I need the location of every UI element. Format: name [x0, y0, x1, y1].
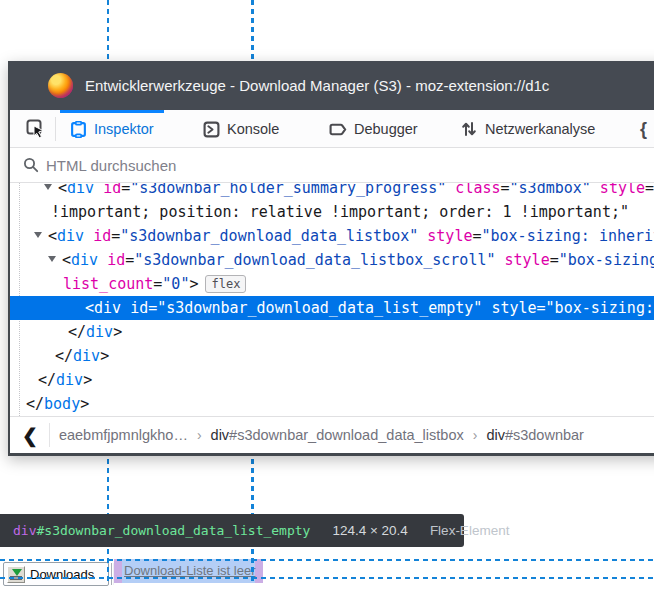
code-token: > — [113, 323, 122, 341]
search-icon — [23, 157, 39, 173]
tab-network[interactable]: Netzwerkanalyse — [460, 110, 595, 148]
code-token: id — [130, 299, 148, 317]
code-token: "s3downbar_download_data_listbox" — [120, 227, 418, 245]
code-token: div — [56, 371, 83, 389]
code-token: > — [83, 371, 92, 389]
breadcrumb-separator-icon: › — [473, 427, 478, 443]
breadcrumb-separator-icon: › — [197, 427, 202, 443]
expand-twisty-icon[interactable] — [44, 184, 52, 190]
infobar-selector: div#s3downbar_download_data_list_empty — [13, 523, 310, 538]
code-token: = — [121, 183, 130, 197]
markup-view[interactable]: <div id="s3downbar_holder_summary_progre… — [10, 183, 654, 416]
expand-twisty-icon[interactable] — [34, 232, 42, 238]
tab-styleeditor-partial[interactable]: { — [640, 110, 647, 148]
markup-row-selected[interactable]: <div id="s3downbar_download_data_list_em… — [10, 296, 654, 320]
network-icon — [460, 120, 478, 138]
code-token: = — [111, 227, 120, 245]
markup-row[interactable]: </div> — [10, 344, 654, 368]
code-token — [591, 183, 600, 197]
toolbar-separator — [55, 117, 56, 141]
breadcrumb-item[interactable]: div#s3downbar — [486, 427, 584, 443]
picker-icon — [26, 119, 46, 139]
code-token — [418, 227, 427, 245]
markup-row[interactable]: <div id="s3downbar_holder_summary_progre… — [10, 183, 654, 200]
code-token — [495, 251, 504, 269]
code-token — [94, 183, 103, 197]
breadcrumb-item[interactable]: div#s3downbar_download_data_listbox — [211, 427, 464, 443]
code-token: "box-sizing: inherit — [559, 251, 654, 269]
tab-label: Debugger — [354, 121, 418, 137]
markup-row[interactable]: </div> — [10, 368, 654, 392]
code-token: style — [427, 227, 472, 245]
highlighter-guide-horizontal-top — [0, 559, 654, 561]
code-token: body — [44, 395, 80, 413]
tab-inspector[interactable]: Inspektor — [70, 110, 154, 148]
code-token: </ — [26, 395, 44, 413]
code-token — [84, 227, 93, 245]
breadcrumb-tag: div — [211, 427, 230, 443]
code-token: div — [94, 299, 121, 317]
code-token: </ — [38, 371, 56, 389]
code-token: class — [455, 183, 500, 197]
flex-badge[interactable]: flex — [205, 275, 246, 293]
search-input[interactable] — [46, 157, 606, 174]
empty-list-link[interactable]: Download-Liste ist leer — [124, 559, 256, 583]
code-token: > — [100, 347, 109, 365]
breadcrumb-item[interactable]: eaebmfjpmnlgkho… — [59, 427, 188, 443]
markup-row[interactable]: <div id="s3downbar_download_data_listbox… — [10, 248, 654, 272]
code-token: < — [85, 299, 94, 317]
breadcrumb-divider — [49, 423, 50, 447]
code-token: "box-sizing: inherit — [546, 299, 654, 317]
markup-row[interactable]: list_count="0">flex — [10, 272, 654, 296]
code-token: div — [86, 323, 113, 341]
breadcrumb-tag: div — [486, 427, 505, 443]
code-token: = — [125, 251, 134, 269]
downloads-toolbar-button[interactable]: Downloads — [3, 562, 109, 586]
highlight-padding-left — [114, 559, 122, 583]
markup-row[interactable]: !important; position: relative !importan… — [10, 200, 654, 224]
code-token: </ — [68, 323, 86, 341]
code-token: id — [107, 251, 125, 269]
code-token: "box-sizing: inherit — [481, 227, 654, 245]
code-token: = — [148, 299, 157, 317]
code-token: </ — [55, 347, 73, 365]
breadcrumb-id: #s3downbar — [505, 427, 584, 443]
taskbar-separator — [111, 563, 112, 585]
code-token — [446, 183, 455, 197]
code-token: id — [93, 227, 111, 245]
code-token: list_count — [63, 275, 153, 293]
code-token — [121, 299, 130, 317]
code-token: = — [537, 299, 546, 317]
code-token: "0" — [162, 275, 189, 293]
tab-console[interactable]: Konsole — [203, 110, 279, 148]
markup-row[interactable]: <div id="s3downbar_download_data_listbox… — [10, 224, 654, 248]
firefox-logo-icon — [48, 73, 73, 98]
code-token: "s3downbar_download_data_listbox_scroll" — [134, 251, 495, 269]
inspector-icon — [70, 121, 87, 138]
code-token: < — [48, 227, 57, 245]
devtools-titlebar: Entwicklerwerkzeuge - Download Manager (… — [10, 61, 654, 110]
devtools-window-title: Entwicklerwerkzeuge - Download Manager (… — [85, 77, 549, 94]
code-token: < — [58, 183, 67, 197]
markup-row[interactable]: </body> — [10, 392, 654, 416]
downloads-icon — [7, 566, 25, 583]
debugger-icon — [329, 121, 347, 138]
breadcrumb-back-button[interactable]: ❮ — [22, 424, 38, 447]
markup-row[interactable]: </div> — [10, 320, 654, 344]
console-icon — [203, 121, 220, 138]
code-token: div — [57, 227, 84, 245]
node-infobar-tooltip: div#s3downbar_download_data_list_empty 1… — [0, 514, 464, 547]
infobar-layout-badge: Flex-Element — [430, 523, 510, 538]
breadcrumb-id: eaebmfjpmnlgkho… — [59, 427, 188, 443]
expand-twisty-icon[interactable] — [48, 256, 56, 262]
code-token: > — [189, 275, 198, 293]
code-token: = — [501, 183, 510, 197]
code-token: > — [80, 395, 89, 413]
breadcrumb: ❮ eaebmfjpmnlgkho…›div#s3downbar_downloa… — [10, 416, 654, 453]
element-picker-button[interactable] — [20, 115, 52, 143]
infobar-id: #s3downbar_download_data_list_empty — [36, 523, 310, 538]
code-token: "s3dmbox" — [510, 183, 591, 197]
infobar-dimensions: 124.4 × 20.4 — [332, 523, 407, 538]
tab-debugger[interactable]: Debugger — [329, 110, 418, 148]
highlighted-empty-list-element[interactable]: Download-Liste ist leer — [114, 559, 263, 583]
